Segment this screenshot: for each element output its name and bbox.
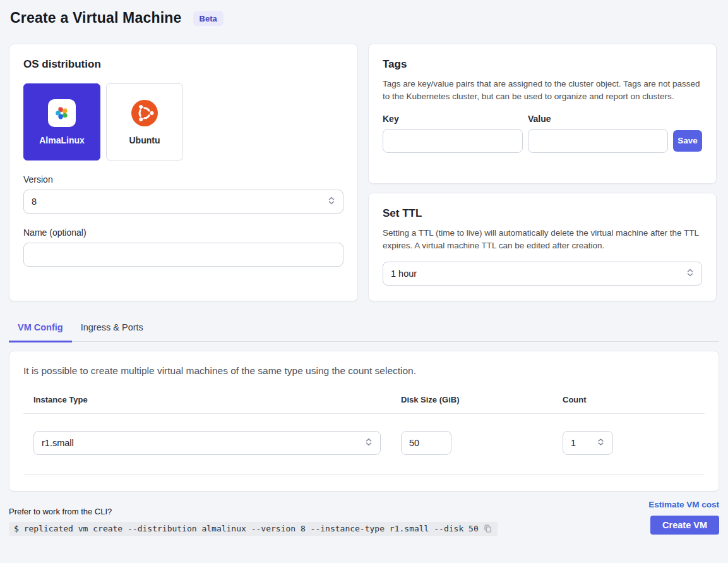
version-select-value: 8: [32, 197, 37, 207]
os-tile-label-ubuntu: Ubuntu: [129, 135, 160, 145]
chevron-up-down-icon: [327, 196, 336, 207]
column-header-count: Count: [563, 395, 695, 404]
ubuntu-logo-icon: [131, 99, 158, 127]
column-header-instance-type: Instance Type: [33, 395, 401, 404]
version-label: Version: [23, 174, 343, 185]
tag-value-field: Value: [528, 114, 668, 153]
instance-type-select[interactable]: r1.small: [33, 431, 381, 455]
page-title: Create a Virtual Machine: [10, 9, 182, 27]
chevron-up-down-icon: [597, 437, 605, 449]
main-grid: OS distribution: [9, 44, 719, 301]
config-tabs: VM Config Ingress & Ports: [9, 318, 719, 342]
vm-config-note: It is possible to create multiple virtua…: [23, 365, 705, 377]
save-tag-button[interactable]: Save: [673, 130, 702, 152]
name-input[interactable]: [23, 243, 343, 267]
vm-config-row-container: r1.small 1: [23, 431, 705, 455]
table-bottom-divider: [23, 474, 705, 475]
right-column: Tags Tags are key/value pairs that are a…: [368, 44, 717, 301]
table-header-divider: [23, 413, 705, 414]
ttl-card-description: Setting a TTL (time to live) will automa…: [383, 227, 702, 253]
beta-badge: Beta: [193, 11, 224, 26]
copy-icon[interactable]: [483, 524, 492, 533]
table-header-row: Instance Type Disk Size (GiB) Count: [33, 395, 695, 413]
name-label: Name (optional): [23, 227, 343, 238]
page-footer: Prefer to work from the CLI? $ replicate…: [9, 500, 719, 536]
os-distribution-card: OS distribution: [9, 44, 358, 301]
tag-key-input[interactable]: [383, 129, 523, 153]
create-vm-page: Create a Virtual Machine Beta OS distrib…: [0, 0, 728, 536]
os-card-title: OS distribution: [23, 58, 343, 71]
tab-ingress-ports[interactable]: Ingress & Ports: [72, 318, 152, 342]
count-value: 1: [571, 438, 576, 448]
os-tile-ubuntu[interactable]: Ubuntu: [106, 83, 183, 160]
estimate-vm-cost-link[interactable]: Estimate VM cost: [648, 500, 719, 509]
page-header: Create a Virtual Machine Beta: [9, 9, 719, 27]
os-tiles: AlmaLinux: [23, 83, 343, 160]
vm-config-card: It is possible to create multiple virtua…: [9, 351, 719, 492]
ttl-card-title: Set TTL: [383, 207, 702, 220]
ttl-select[interactable]: 1 hour: [383, 262, 702, 286]
left-column: OS distribution: [9, 44, 358, 301]
chevron-up-down-icon: [686, 268, 695, 279]
cli-prompt-text: Prefer to work from the CLI?: [9, 507, 648, 516]
tags-key-value-row: Key Value Save: [383, 114, 702, 153]
set-ttl-card: Set TTL Setting a TTL (time to live) wil…: [368, 193, 717, 301]
tag-value-label: Value: [528, 114, 668, 124]
tags-card: Tags Tags are key/value pairs that are a…: [368, 44, 717, 184]
tag-value-input[interactable]: [528, 129, 668, 153]
version-select[interactable]: 8: [23, 190, 343, 214]
os-tile-almalinux[interactable]: AlmaLinux: [23, 83, 100, 160]
tags-card-description: Tags are key/value pairs that are assign…: [383, 78, 702, 104]
instance-type-value: r1.small: [42, 438, 74, 448]
cli-command-bar: $ replicated vm create --distribution al…: [9, 522, 498, 536]
cli-command-text: $ replicated vm create --distribution al…: [14, 524, 479, 533]
ttl-select-value: 1 hour: [391, 269, 417, 279]
cli-section: Prefer to work from the CLI? $ replicate…: [9, 500, 648, 536]
disk-size-input[interactable]: [401, 431, 451, 455]
count-stepper[interactable]: 1: [563, 431, 613, 455]
tag-key-field: Key: [383, 114, 523, 153]
tags-card-title: Tags: [383, 58, 702, 71]
create-vm-button[interactable]: Create VM: [650, 516, 719, 535]
vm-config-table: Instance Type Disk Size (GiB) Count: [23, 395, 705, 413]
chevron-up-down-icon: [364, 437, 373, 449]
almalinux-logo-icon: [48, 99, 76, 127]
tag-key-label: Key: [383, 114, 523, 124]
os-tile-label-almalinux: AlmaLinux: [39, 135, 85, 145]
tab-vm-config[interactable]: VM Config: [9, 318, 72, 342]
column-header-disk-size: Disk Size (GiB): [401, 395, 563, 404]
footer-actions: Estimate VM cost Create VM: [648, 500, 719, 535]
table-row: r1.small 1: [33, 431, 695, 455]
